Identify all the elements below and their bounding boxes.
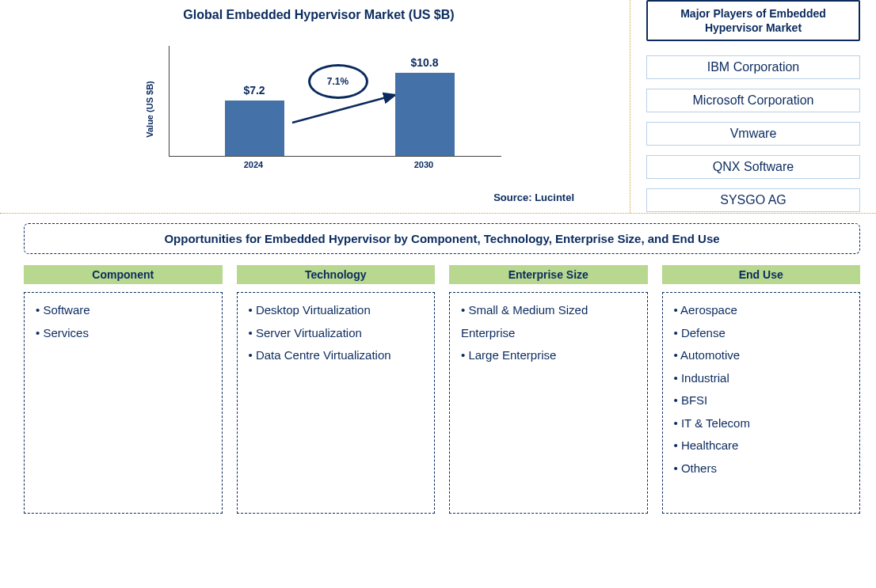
- list-item: Healthcare: [671, 434, 852, 457]
- chart-title: Global Embedded Hypervisor Market (US $B…: [24, 8, 614, 22]
- list-item: Desktop Virtualization: [246, 299, 427, 322]
- column-header: Component: [24, 265, 223, 284]
- x-axis: 2024 2030: [169, 158, 501, 173]
- x-label-2024: 2024: [224, 160, 284, 169]
- list-item: Software: [32, 299, 214, 322]
- opportunities-title: Opportunities for Embedded Hypervisor by…: [24, 223, 860, 254]
- players-panel: Major Players of Embedded Hypervisor Mar…: [630, 0, 876, 213]
- column-header: End Use: [662, 265, 861, 284]
- list-item: Industrial: [671, 367, 852, 390]
- list-item: Server Virtualization: [246, 322, 427, 345]
- top-section: Global Embedded Hypervisor Market (US $B…: [0, 0, 876, 214]
- opportunities-section: Opportunities for Embedded Hypervisor by…: [0, 214, 876, 514]
- bar-chart: Value (US $B) $7.2 $10.8 7.1% 2024: [137, 46, 501, 173]
- bar-2024: [225, 101, 284, 156]
- list-item: BFSI: [671, 389, 852, 412]
- list-item: IT & Telecom: [671, 412, 852, 435]
- column-component: Component Software Services: [24, 265, 223, 514]
- svg-line-0: [292, 95, 395, 123]
- y-axis-label: Value (US $B): [144, 81, 154, 138]
- list-item: Large Enterprise: [458, 344, 639, 367]
- column-header: Technology: [237, 265, 436, 284]
- plot-area: $7.2 $10.8 7.1%: [169, 46, 501, 157]
- chart-area: Global Embedded Hypervisor Market (US $B…: [0, 0, 630, 213]
- player-item: QNX Software: [646, 155, 860, 179]
- list-item: Aerospace: [671, 299, 852, 322]
- column-body: Small & Medium Sized Enterprise Large En…: [449, 292, 648, 514]
- growth-rate-badge: 7.1%: [308, 64, 368, 99]
- list-item: Defense: [671, 322, 852, 345]
- players-title: Major Players of Embedded Hypervisor Mar…: [646, 0, 860, 41]
- opportunity-columns: Component Software Services Technology D…: [24, 265, 860, 514]
- player-item: SYSGO AG: [646, 188, 860, 212]
- chart-source: Source: Lucintel: [493, 192, 574, 203]
- list-item: Others: [671, 457, 852, 480]
- x-label-2030: 2030: [394, 160, 454, 169]
- column-body: Desktop Virtualization Server Virtualiza…: [237, 292, 436, 514]
- list-item: Services: [32, 322, 214, 345]
- list-item: Automotive: [671, 344, 852, 367]
- bar-2030: [395, 73, 455, 156]
- column-end-use: End Use Aerospace Defense Automotive Ind…: [662, 265, 861, 514]
- bar-2030-value-label: $10.8: [395, 56, 455, 69]
- column-body: Software Services: [24, 292, 223, 514]
- list-item: Data Centre Virtualization: [246, 344, 427, 367]
- column-enterprise-size: Enterprise Size Small & Medium Sized Ent…: [449, 265, 648, 514]
- player-item: Vmware: [646, 122, 860, 146]
- player-item: IBM Corporation: [646, 55, 860, 79]
- column-body: Aerospace Defense Automotive Industrial …: [662, 292, 861, 514]
- column-technology: Technology Desktop Virtualization Server…: [237, 265, 436, 514]
- bar-2024-value-label: $7.2: [225, 84, 284, 97]
- column-header: Enterprise Size: [449, 265, 648, 284]
- list-item: Small & Medium Sized Enterprise: [458, 299, 639, 344]
- player-item: Microsoft Corporation: [646, 89, 860, 112]
